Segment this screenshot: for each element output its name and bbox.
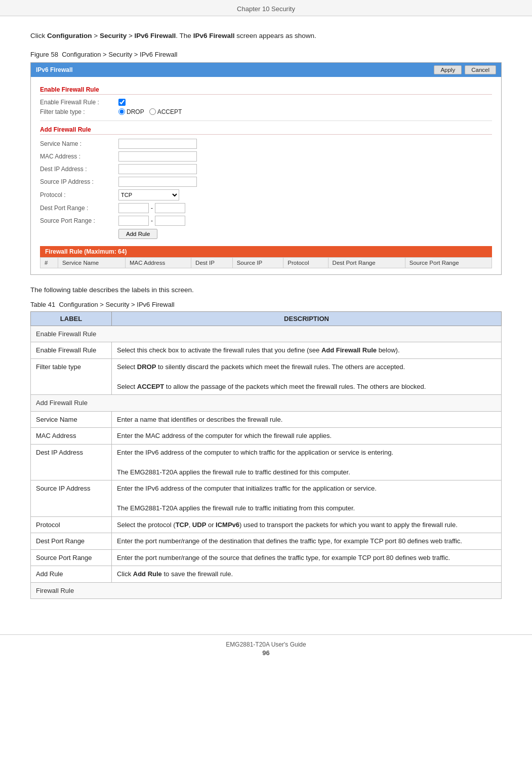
table-row: ProtocolSelect the protocol (TCP, UDP or… <box>31 516 502 533</box>
intro-text-end: screen appears as shown. <box>234 32 316 39</box>
figure-caption-text: Configuration > Security > IPv6 Firewall <box>62 51 177 58</box>
table-col-protocol: Protocol <box>283 257 328 268</box>
dest-ip-row: Dest IP Address : <box>40 164 492 174</box>
ui-titlebar-text: IPv6 Firewall <box>36 66 73 73</box>
firewall-rule-table: # Service Name MAC Address Dest IP Sourc… <box>40 257 492 268</box>
table-row: Source Port RangeEnter the port number/r… <box>31 549 502 566</box>
row-label-cell: Source IP Address <box>31 480 112 517</box>
intro-paragraph: Click Configuration > Security > IPv6 Fi… <box>30 30 502 42</box>
radio-drop-text: DROP <box>127 108 144 115</box>
intro-gt2: > <box>127 32 134 39</box>
row-desc-cell: Enter the IPv6 address of the computer t… <box>112 480 502 517</box>
ui-titlebar-buttons: Apply Cancel <box>434 65 496 74</box>
divider1 <box>40 121 492 121</box>
page-number: 96 <box>0 649 532 657</box>
source-ip-input[interactable] <box>118 177 197 187</box>
apply-button[interactable]: Apply <box>434 65 462 74</box>
radio-drop-label[interactable]: DROP <box>118 108 144 115</box>
footer-text: EMG2881-T20A User's Guide <box>226 641 306 648</box>
section-row-cell: Add Firewall Rule <box>31 395 502 412</box>
row-label-cell: Add Rule <box>31 566 112 583</box>
row-desc-cell: Enter the IPv6 address of the computer t… <box>112 444 502 480</box>
service-name-input[interactable] <box>118 139 197 149</box>
table-row: Enable Firewall Rule <box>31 326 502 342</box>
table-col-source-port: Source Port Range <box>405 257 492 268</box>
row-desc-cell: Enter a name that identifies or describe… <box>112 411 502 428</box>
figure-label: Figure 58 <box>30 51 58 58</box>
cancel-button[interactable]: Cancel <box>465 65 496 74</box>
section-row-cell: Enable Firewall Rule <box>31 326 502 342</box>
table-header-row: # Service Name MAC Address Dest IP Sourc… <box>40 257 492 268</box>
doc-table: LABEL DESCRIPTION Enable Firewall RuleEn… <box>30 311 502 599</box>
doc-table-col-label: LABEL <box>31 311 112 326</box>
source-ip-row: Source IP Address : <box>40 177 492 187</box>
intro-bold3: IPv6 Firewall <box>135 32 176 39</box>
dest-port-start[interactable] <box>118 203 149 213</box>
dest-port-label: Dest Port Range : <box>40 205 118 212</box>
enable-firewall-checkbox[interactable] <box>118 99 126 106</box>
page-content: Click Configuration > Security > IPv6 Fi… <box>0 16 532 619</box>
table-row: Source IP AddressEnter the IPv6 address … <box>31 480 502 517</box>
dest-ip-input[interactable] <box>118 164 197 174</box>
row-desc-cell: Select DROP to silently discard the pack… <box>112 358 502 395</box>
dest-port-end[interactable] <box>155 203 185 213</box>
page-header: Chapter 10 Security <box>0 0 532 16</box>
intro-bold1: Configuration <box>47 32 92 39</box>
service-name-row: Service Name : <box>40 139 492 149</box>
table-col-dest-port: Dest Port Range <box>328 257 405 268</box>
figure-caption: Figure 58 Configuration > Security > IPv… <box>30 51 502 58</box>
ui-titlebar: IPv6 Firewall Apply Cancel <box>31 63 501 77</box>
doc-table-caption-text: Configuration > Security > IPv6 Firewall <box>59 301 174 308</box>
table-col-mac: MAC Address <box>125 257 191 268</box>
row-label-cell: Dest IP Address <box>31 444 112 480</box>
mac-address-input[interactable] <box>118 151 197 162</box>
section1-header: Enable Firewall Rule <box>40 86 492 95</box>
row-desc-cell: Click Add Rule to save the firewall rule… <box>112 566 502 583</box>
filter-table-row: Filter table type : DROP ACCEPT <box>40 108 492 115</box>
table-row: Service NameEnter a name that identifies… <box>31 411 502 428</box>
source-port-start[interactable] <box>118 216 149 226</box>
radio-accept-label[interactable]: ACCEPT <box>149 108 182 115</box>
table-col-hash: # <box>40 257 58 268</box>
protocol-row: Protocol : TCP UDP ICMPv6 <box>40 189 492 200</box>
protocol-select[interactable]: TCP UDP ICMPv6 <box>118 189 179 200</box>
chapter-title: Chapter 10 Security <box>237 5 295 13</box>
row-label-cell: Service Name <box>31 411 112 428</box>
row-desc-cell: Enter the port number/range of the desti… <box>112 533 502 550</box>
doc-table-col-desc: DESCRIPTION <box>112 311 502 326</box>
row-label-cell: Dest Port Range <box>31 533 112 550</box>
radio-accept[interactable] <box>149 108 156 115</box>
filter-table-label: Filter table type : <box>40 108 118 115</box>
add-rule-button[interactable]: Add Rule <box>118 229 157 239</box>
ui-screenshot-box: IPv6 Firewall Apply Cancel Enable Firewa… <box>30 62 502 275</box>
source-port-range-group: - <box>118 216 185 226</box>
table-row: Add RuleClick Add Rule to save the firew… <box>31 566 502 583</box>
table-row: Firewall Rule <box>31 582 502 599</box>
radio-accept-text: ACCEPT <box>157 108 182 115</box>
row-desc-cell: Select the protocol (TCP, UDP or ICMPv6)… <box>112 516 502 533</box>
table-col-dest: Dest IP <box>191 257 233 268</box>
table-row: Dest IP AddressEnter the IPv6 address of… <box>31 444 502 480</box>
following-text: The following table describes the labels… <box>30 286 502 294</box>
table-row: Enable Firewall RuleSelect this check bo… <box>31 342 502 359</box>
table-col-service: Service Name <box>58 257 125 268</box>
dest-ip-label: Dest IP Address : <box>40 166 118 173</box>
table-row: Filter table typeSelect DROP to silently… <box>31 358 502 395</box>
table-row: MAC AddressEnter the MAC address of the … <box>31 428 502 445</box>
ui-body: Enable Firewall Rule Enable Firewall Rul… <box>31 77 501 274</box>
radio-drop[interactable] <box>118 108 125 115</box>
protocol-label: Protocol : <box>40 191 118 198</box>
source-port-end[interactable] <box>155 216 185 226</box>
source-port-row: Source Port Range : - <box>40 216 492 226</box>
firewall-rule-table-section: Firewall Rule (Maximum: 64) # Service Na… <box>40 246 492 268</box>
section-row-cell: Firewall Rule <box>31 582 502 599</box>
mac-address-label: MAC Address : <box>40 153 118 160</box>
row-label-cell: MAC Address <box>31 428 112 445</box>
section2-header: Add Firewall Rule <box>40 126 492 135</box>
table-row: Dest Port RangeEnter the port number/ran… <box>31 533 502 550</box>
doc-table-label: Table 41 <box>30 301 55 308</box>
row-desc-cell: Enter the port number/range of the sourc… <box>112 549 502 566</box>
table-row: Add Firewall Rule <box>31 395 502 412</box>
table-col-source: Source IP <box>232 257 283 268</box>
row-label-cell: Filter table type <box>31 358 112 395</box>
